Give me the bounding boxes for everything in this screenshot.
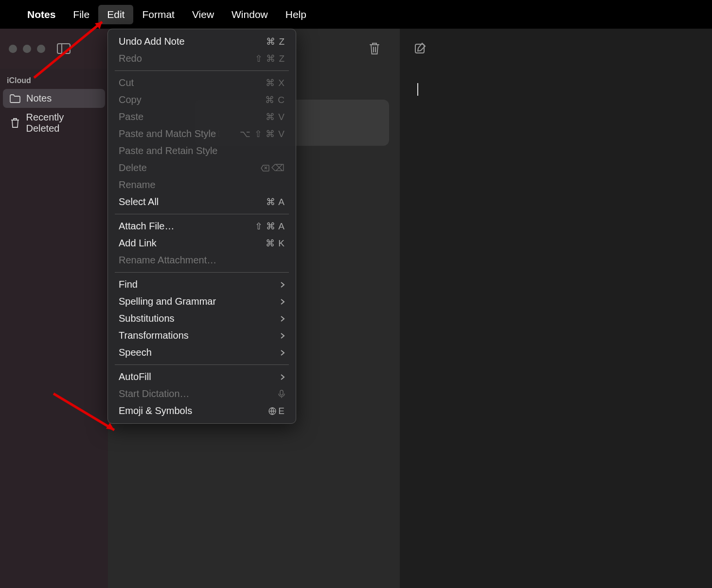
menu-item-redo: Redo⇧ ⌘ Z bbox=[108, 50, 296, 67]
menu-item-label: Rename Attachment… bbox=[119, 255, 216, 266]
menu-item-shortcut: ⌘ K bbox=[266, 238, 285, 249]
menu-item-add-link[interactable]: Add Link⌘ K bbox=[108, 235, 296, 252]
sidebar-section-header: iCloud bbox=[0, 73, 108, 89]
menu-item-shortcut: ⌫ bbox=[261, 162, 285, 173]
note-editor[interactable] bbox=[400, 69, 712, 588]
menu-item-label: Emoji & Symbols bbox=[119, 405, 192, 416]
toolbar bbox=[0, 29, 712, 69]
menu-help[interactable]: Help bbox=[277, 5, 315, 24]
menu-item-label: Cut bbox=[119, 77, 134, 88]
menu-item-label: Select All bbox=[119, 196, 159, 208]
menu-item-label: Rename bbox=[119, 179, 156, 190]
menu-item-shortcut: ⇧ ⌘ Z bbox=[255, 53, 285, 64]
chevron-right-icon bbox=[280, 349, 285, 356]
menu-file[interactable]: File bbox=[64, 5, 98, 24]
menu-item-shortcut: ⌘ X bbox=[266, 77, 285, 88]
menubar: Notes File Edit Format View Window Help bbox=[0, 0, 712, 29]
menu-item-speech[interactable]: Speech bbox=[108, 344, 296, 361]
menu-item-label: Transformations bbox=[119, 330, 189, 341]
menu-item-label: Spelling and Grammar bbox=[119, 296, 216, 307]
menu-format[interactable]: Format bbox=[133, 5, 183, 24]
menu-item-paste: Paste⌘ V bbox=[108, 108, 296, 125]
menu-item-label: Copy bbox=[119, 94, 142, 105]
menu-view[interactable]: View bbox=[183, 5, 223, 24]
menu-item-delete: Delete⌫ bbox=[108, 159, 296, 176]
menu-item-paste-and-retain-style: Paste and Retain Style bbox=[108, 142, 296, 159]
delete-icon bbox=[261, 165, 269, 172]
mic-icon bbox=[278, 390, 285, 398]
delete-note-button[interactable] bbox=[369, 42, 380, 55]
menu-item-label: Speech bbox=[119, 347, 152, 358]
menu-item-shortcut: E bbox=[268, 406, 285, 416]
menu-item-label: Paste and Retain Style bbox=[119, 145, 217, 156]
menu-item-label: Find bbox=[119, 279, 138, 290]
menu-item-label: Attach File… bbox=[119, 221, 174, 232]
menu-item-shortcut bbox=[278, 390, 285, 398]
menu-item-autofill[interactable]: AutoFill bbox=[108, 368, 296, 385]
menu-item-substitutions[interactable]: Substitutions bbox=[108, 310, 296, 327]
menu-item-label: Redo bbox=[119, 53, 142, 64]
menu-edit[interactable]: Edit bbox=[98, 5, 133, 24]
sidebar-item-label: Notes bbox=[26, 93, 52, 104]
menu-item-select-all[interactable]: Select All⌘ A bbox=[108, 193, 296, 210]
menu-window[interactable]: Window bbox=[223, 5, 277, 24]
menu-item-spelling-and-grammar[interactable]: Spelling and Grammar bbox=[108, 293, 296, 310]
menu-item-shortcut: ⌥ ⇧ ⌘ V bbox=[240, 128, 285, 139]
sidebar-item-label: Recently Deleted bbox=[26, 112, 98, 134]
menu-item-attach-file[interactable]: Attach File…⇧ ⌘ A bbox=[108, 218, 296, 235]
trash-icon bbox=[10, 118, 20, 128]
menu-item-undo-add-note[interactable]: Undo Add Note⌘ Z bbox=[108, 33, 296, 50]
main-area: iCloud Notes Recently Deleted bbox=[0, 69, 712, 588]
menu-item-label: Paste and Match Style bbox=[119, 128, 216, 139]
text-cursor bbox=[417, 83, 418, 96]
menu-item-shortcut: ⌘ A bbox=[266, 196, 285, 208]
toolbar-right bbox=[400, 29, 712, 69]
globe-icon bbox=[268, 407, 276, 415]
menu-item-shortcut: ⌘ C bbox=[265, 94, 285, 105]
menu-item-label: AutoFill bbox=[119, 371, 151, 382]
compose-note-button[interactable] bbox=[414, 42, 427, 55]
menu-item-label: Delete bbox=[119, 162, 147, 173]
sidebar: iCloud Notes Recently Deleted bbox=[0, 69, 108, 588]
chevron-right-icon bbox=[280, 374, 285, 380]
menu-item-rename: Rename bbox=[108, 176, 296, 193]
traffic-zoom[interactable] bbox=[37, 45, 45, 53]
edit-menu-dropdown: Undo Add Note⌘ ZRedo⇧ ⌘ ZCut⌘ XCopy⌘ CPa… bbox=[107, 29, 296, 424]
menu-item-shortcut: ⌘ V bbox=[266, 111, 285, 122]
chevron-right-icon bbox=[280, 298, 285, 305]
menu-item-start-dictation: Start Dictation… bbox=[108, 385, 296, 402]
chevron-right-icon bbox=[280, 281, 285, 288]
menu-item-label: Undo Add Note bbox=[119, 36, 185, 47]
menu-app-name[interactable]: Notes bbox=[18, 5, 64, 24]
chevron-right-icon bbox=[280, 332, 285, 339]
menu-item-label: Add Link bbox=[119, 238, 157, 249]
menu-item-label: Paste bbox=[119, 111, 143, 122]
menu-item-rename-attachment: Rename Attachment… bbox=[108, 252, 296, 269]
traffic-minimize[interactable] bbox=[23, 45, 31, 53]
menu-item-label: Substitutions bbox=[119, 313, 175, 324]
menu-item-paste-and-match-style: Paste and Match Style⌥ ⇧ ⌘ V bbox=[108, 125, 296, 142]
sidebar-toggle-icon[interactable] bbox=[57, 43, 71, 54]
svg-rect-3 bbox=[280, 390, 283, 395]
menu-item-transformations[interactable]: Transformations bbox=[108, 327, 296, 344]
window-controls bbox=[9, 45, 45, 53]
folder-icon bbox=[10, 94, 20, 103]
menu-item-copy: Copy⌘ C bbox=[108, 91, 296, 108]
chevron-right-icon bbox=[280, 315, 285, 322]
svg-rect-0 bbox=[57, 44, 70, 53]
menu-item-label: Start Dictation… bbox=[119, 388, 190, 399]
menu-item-shortcut: ⇧ ⌘ A bbox=[255, 221, 285, 232]
menu-item-find[interactable]: Find bbox=[108, 276, 296, 293]
toolbar-left bbox=[0, 29, 108, 69]
menu-item-cut: Cut⌘ X bbox=[108, 74, 296, 91]
sidebar-item-recently-deleted[interactable]: Recently Deleted bbox=[3, 108, 105, 138]
menu-item-emoji-symbols[interactable]: Emoji & SymbolsE bbox=[108, 402, 296, 419]
menu-item-shortcut: ⌘ Z bbox=[266, 36, 285, 47]
sidebar-item-notes[interactable]: Notes bbox=[3, 89, 105, 108]
traffic-close[interactable] bbox=[9, 45, 17, 53]
